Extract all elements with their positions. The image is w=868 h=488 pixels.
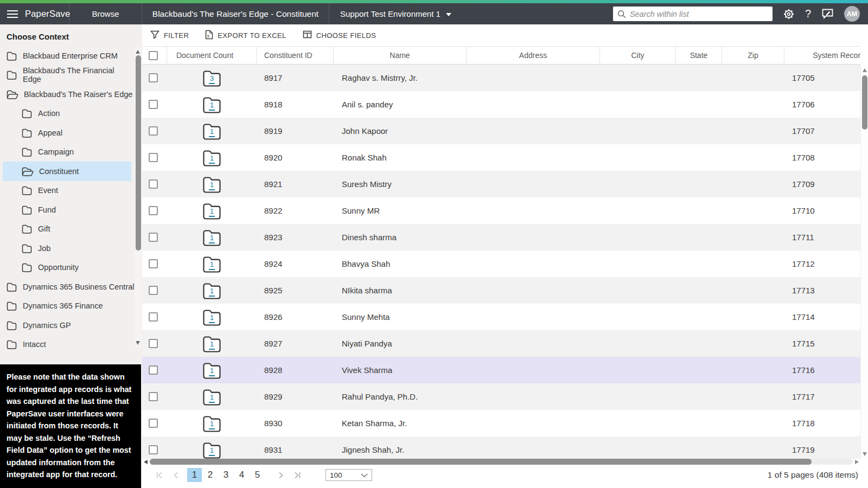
table-row[interactable]: 18918Anil s. pandey17706	[142, 91, 860, 118]
document-count-link[interactable]: 1	[202, 441, 222, 459]
column-header-zip[interactable]: Zip	[722, 47, 784, 64]
document-count-link[interactable]: 1	[202, 282, 222, 299]
table-row[interactable]: 18929Rahul Pandya, Ph.D.17717	[142, 383, 860, 410]
document-count-link[interactable]: 1	[202, 415, 222, 432]
search-input[interactable]	[630, 10, 768, 18]
scroll-right-arrow-icon[interactable]	[855, 460, 859, 464]
sidebar-item-constituent[interactable]: Constituent	[3, 162, 131, 181]
environment-dropdown[interactable]: Support Test Environment 1	[329, 3, 465, 24]
nav-tab-browse[interactable]: Browse	[69, 3, 142, 24]
document-count-link[interactable]: 1	[202, 255, 222, 273]
sidebar-item-appeal[interactable]: Appeal	[0, 123, 135, 143]
last-page-button[interactable]	[291, 471, 303, 479]
sidebar-item-campaign[interactable]: Campaign	[0, 143, 135, 162]
page-button-3[interactable]: 3	[219, 468, 233, 482]
document-count-link[interactable]: 1	[202, 123, 222, 140]
sidebar-item-opportunity[interactable]: Opportunity	[0, 258, 135, 278]
row-checkbox[interactable]	[149, 259, 158, 268]
scroll-down-arrow-icon[interactable]	[136, 341, 140, 345]
filter-button[interactable]: FILTER	[150, 30, 189, 41]
page-button-5[interactable]: 5	[250, 468, 265, 482]
row-checkbox[interactable]	[149, 312, 158, 322]
row-checkbox[interactable]	[149, 233, 158, 242]
sidebar-item-blackbaud-enterprise-crm[interactable]: Blackbaud Enterprise CRM	[0, 46, 135, 66]
column-header-constituent-id[interactable]: Constituent ID	[257, 47, 334, 64]
select-all-checkbox[interactable]	[149, 51, 158, 60]
column-header-city[interactable]: City	[600, 47, 676, 64]
sidebar-scrollbar[interactable]	[135, 48, 142, 347]
row-checkbox[interactable]	[149, 365, 158, 375]
document-count-link[interactable]: 1	[202, 362, 222, 379]
document-count-link[interactable]: 1	[202, 335, 222, 352]
scroll-down-arrow-icon[interactable]	[863, 452, 867, 456]
first-page-button[interactable]	[153, 471, 165, 479]
table-row[interactable]: 18927Niyati Pandya17715	[142, 330, 860, 357]
sidebar-item-event[interactable]: Event	[0, 181, 135, 201]
document-count-link[interactable]: 1	[202, 176, 222, 193]
row-checkbox[interactable]	[149, 179, 158, 189]
row-checkbox[interactable]	[149, 286, 158, 295]
row-checkbox[interactable]	[149, 206, 158, 215]
column-header-system-record[interactable]: System Record	[784, 47, 860, 64]
export-to-excel-button[interactable]: x EXPORT TO EXCEL	[205, 30, 286, 41]
settings-gear-icon[interactable]	[783, 8, 795, 20]
row-checkbox[interactable]	[149, 339, 158, 348]
sidebar-item-job[interactable]: Job	[0, 239, 135, 258]
sidebar-item-dynamics-365-finance[interactable]: Dynamics 365 Finance	[0, 297, 135, 316]
vertical-scrollbar[interactable]	[860, 66, 868, 459]
sidebar-item-dynamics-gp[interactable]: Dynamics GP	[0, 316, 135, 335]
row-checkbox[interactable]	[149, 73, 158, 82]
page-button-4[interactable]: 4	[234, 468, 249, 482]
page-button-1[interactable]: 1	[187, 468, 202, 482]
previous-page-button[interactable]	[170, 471, 182, 479]
table-row[interactable]: 18923Dinesh sharma17711	[142, 224, 860, 251]
table-row[interactable]: 18928Vivek Sharma17716	[142, 357, 860, 383]
vertical-scrollbar-thumb[interactable]	[862, 75, 867, 130]
row-checkbox[interactable]	[149, 100, 158, 109]
sidebar-scrollbar-thumb[interactable]	[136, 55, 141, 251]
column-header-address[interactable]: Address	[467, 47, 600, 64]
help-icon[interactable]: ?	[805, 8, 811, 20]
table-row[interactable]: 18930Ketan Sharma, Jr.17718	[142, 410, 860, 436]
table-row[interactable]: 18922Sunny MR17710	[142, 197, 860, 224]
next-page-button[interactable]	[275, 471, 286, 479]
column-header-document-count[interactable]: Document Count	[167, 47, 257, 64]
table-row[interactable]: 18921Suresh Mistry17709	[142, 171, 860, 197]
scroll-up-arrow-icon[interactable]	[863, 68, 867, 72]
table-row[interactable]: 18920Ronak Shah17708	[142, 144, 860, 171]
sidebar-item-fund[interactable]: Fund	[0, 200, 135, 220]
table-row[interactable]: 18925NIkita sharma17713	[142, 277, 860, 304]
row-checkbox[interactable]	[149, 126, 158, 136]
user-avatar[interactable]: AM	[844, 6, 860, 22]
sidebar-item-blackbaud-s-the-raiser-s-edge[interactable]: Blackbaud's The Raiser's Edge	[0, 85, 135, 104]
document-count-link[interactable]: 1	[202, 202, 222, 220]
table-row[interactable]: 18924Bhavya Shah17712	[142, 251, 860, 277]
sidebar-item-gift[interactable]: Gift	[0, 220, 135, 239]
table-row[interactable]: 18931Jignesh Shah, Jr.17719	[142, 436, 860, 459]
document-count-link[interactable]: 3	[202, 69, 222, 87]
document-count-link[interactable]: 1	[202, 149, 222, 166]
column-header-name[interactable]: Name	[334, 47, 467, 64]
row-checkbox[interactable]	[149, 419, 158, 428]
sidebar-item-action[interactable]: Action	[0, 104, 135, 124]
row-checkbox[interactable]	[149, 392, 158, 401]
table-row[interactable]: 18919John Kapoor17707	[142, 118, 860, 144]
sidebar-item-blackbaud-s-the-financial-edge[interactable]: Blackbaud's The Financial Edge	[0, 66, 135, 85]
row-checkbox[interactable]	[149, 445, 158, 454]
column-header-state[interactable]: State	[676, 47, 722, 64]
table-row[interactable]: 38917Raghav s. Mistrry, Jr.17705	[142, 65, 860, 91]
feedback-icon[interactable]	[821, 8, 834, 20]
document-count-link[interactable]: 1	[202, 229, 222, 246]
choose-fields-button[interactable]: CHOOSE FIELDS	[303, 30, 376, 40]
document-count-link[interactable]: 1	[202, 388, 222, 406]
page-button-2[interactable]: 2	[203, 468, 218, 482]
horizontal-scrollbar-thumb[interactable]	[150, 459, 812, 465]
scroll-left-arrow-icon[interactable]	[144, 460, 148, 464]
page-size-select[interactable]: 100	[326, 469, 372, 481]
hamburger-menu-icon[interactable]	[7, 10, 18, 18]
sidebar-item-dynamics-365-business-central[interactable]: Dynamics 365 Business Central	[0, 277, 135, 297]
scroll-up-arrow-icon[interactable]	[136, 50, 140, 54]
document-count-link[interactable]: 1	[202, 96, 222, 113]
row-checkbox[interactable]	[149, 153, 158, 162]
table-row[interactable]: 18926Sunny Mehta17714	[142, 304, 860, 330]
